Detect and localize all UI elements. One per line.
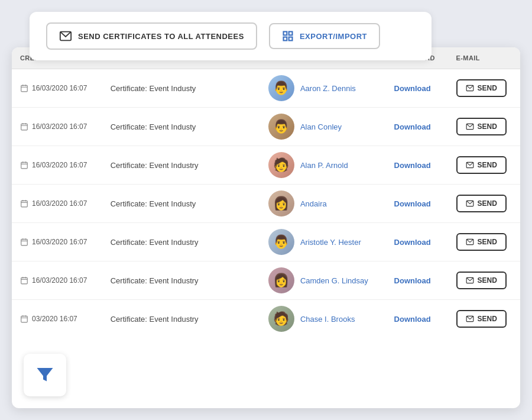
attendee-name[interactable]: Chase I. Brooks bbox=[300, 315, 355, 324]
download-link[interactable]: Download bbox=[394, 84, 431, 93]
filter-icon bbox=[34, 364, 56, 386]
envelope-small-icon bbox=[466, 315, 474, 323]
certificates-table: CREATION DATE CERTIFICATE OF ATTENDANCE … bbox=[12, 47, 520, 338]
avatar: 👨 bbox=[268, 75, 294, 101]
table-row: 16/03/2020 16:07 Certificate: Event Indu… bbox=[12, 185, 520, 223]
table-row: 16/03/2020 16:07 Certificate: Event Indu… bbox=[12, 223, 520, 261]
col-email: E-MAIL bbox=[448, 47, 520, 69]
certificate-type-cell: Certificate: Event Industry bbox=[102, 223, 260, 261]
send-btn-label: SEND CERTIFICATES TO ALL ATTENDEES bbox=[78, 32, 244, 41]
calendar-icon bbox=[20, 238, 28, 246]
table-row: 16/03/2020 16:07 Certificate: Event Indu… bbox=[12, 261, 520, 300]
attendee-name[interactable]: Aristotle Y. Hester bbox=[300, 238, 361, 247]
attendee-cell: 🧑 Chase I. Brooks bbox=[268, 306, 378, 332]
date-cell: 16/03/2020 16:07 bbox=[20, 199, 94, 208]
certificate-type-cell: Certificate: Event Industry bbox=[102, 300, 260, 338]
avatar: 👩 bbox=[268, 190, 294, 217]
svg-rect-4 bbox=[289, 37, 293, 41]
envelope-small-icon bbox=[466, 161, 474, 169]
svg-rect-20 bbox=[21, 201, 28, 207]
envelope-small-icon bbox=[466, 84, 474, 92]
attendee-cell: 👨 Alan Conley bbox=[268, 114, 378, 140]
export-btn-label: EXPORT/IMPORT bbox=[300, 32, 367, 41]
download-link[interactable]: Download bbox=[394, 161, 431, 170]
filter-badge[interactable] bbox=[24, 354, 66, 396]
date-cell: 03/2020 16:07 bbox=[20, 315, 94, 323]
svg-rect-5 bbox=[21, 85, 28, 92]
attendee-name[interactable]: Alan Conley bbox=[300, 122, 342, 131]
table-card: CREATION DATE CERTIFICATE OF ATTENDANCE … bbox=[12, 47, 520, 408]
table-row: 16/03/2020 16:07 Certificate: Event Indu… bbox=[12, 108, 520, 146]
calendar-icon bbox=[20, 122, 28, 131]
svg-rect-15 bbox=[21, 162, 28, 169]
table-row: 16/03/2020 16:07 Certificate: Event Indu… bbox=[12, 69, 520, 108]
download-link[interactable]: Download bbox=[394, 199, 431, 208]
envelope-small-icon bbox=[466, 122, 474, 131]
date-cell: 16/03/2020 16:07 bbox=[20, 238, 94, 246]
download-link[interactable]: Download bbox=[394, 315, 431, 324]
download-link[interactable]: Download bbox=[394, 276, 431, 285]
date-cell: 16/03/2020 16:07 bbox=[20, 276, 94, 285]
avatar: 👩 bbox=[268, 267, 294, 293]
calendar-icon bbox=[20, 315, 28, 323]
envelope-small-icon bbox=[466, 276, 474, 285]
avatar: 🧑 bbox=[268, 152, 294, 178]
send-email-button[interactable]: SEND bbox=[456, 156, 507, 174]
date-cell: 16/03/2020 16:07 bbox=[20, 84, 94, 92]
avatar: 👨 bbox=[268, 229, 294, 255]
svg-rect-10 bbox=[21, 124, 28, 130]
certificate-type-cell: Certificate: Event Industy bbox=[102, 69, 260, 108]
send-email-button[interactable]: SEND bbox=[456, 272, 507, 289]
svg-rect-3 bbox=[283, 37, 287, 41]
table-body: 16/03/2020 16:07 Certificate: Event Indu… bbox=[12, 69, 520, 338]
table-row: 03/2020 16:07 Certificate: Event Industr… bbox=[12, 300, 520, 338]
date-cell: 16/03/2020 16:07 bbox=[20, 122, 94, 131]
export-import-button[interactable]: EXPORT/IMPORT bbox=[269, 23, 380, 49]
certificate-type-cell: Certificate: Event Industy bbox=[102, 185, 260, 223]
grid-icon bbox=[282, 30, 294, 42]
date-cell: 16/03/2020 16:07 bbox=[20, 161, 94, 169]
envelope-icon bbox=[59, 30, 72, 43]
attendee-cell: 👩 Andaira bbox=[268, 190, 378, 217]
attendee-name[interactable]: Aaron Z. Dennis bbox=[300, 84, 356, 93]
attendee-name[interactable]: Alan P. Arnold bbox=[300, 161, 348, 170]
send-email-button[interactable]: SEND bbox=[456, 310, 507, 328]
certificate-type-cell: Certificate: Event Industy bbox=[102, 108, 260, 146]
top-bar: SEND CERTIFICATES TO ALL ATTENDEES EXPOR… bbox=[30, 12, 432, 60]
attendee-cell: 👩 Camden G. Lindsay bbox=[268, 267, 378, 293]
envelope-small-icon bbox=[466, 238, 474, 246]
send-email-button[interactable]: SEND bbox=[456, 195, 507, 212]
calendar-icon bbox=[20, 199, 28, 208]
attendee-cell: 👨 Aristotle Y. Hester bbox=[268, 229, 378, 255]
certificate-type-cell: Certificate: Event Industry bbox=[102, 261, 260, 300]
svg-rect-30 bbox=[21, 277, 28, 284]
download-link[interactable]: Download bbox=[394, 122, 431, 131]
svg-rect-35 bbox=[21, 316, 28, 322]
certificate-type-cell: Certificate: Event Industry bbox=[102, 146, 260, 185]
avatar: 🧑 bbox=[268, 306, 294, 332]
calendar-icon bbox=[20, 276, 28, 285]
attendee-name[interactable]: Andaira bbox=[300, 199, 327, 208]
svg-rect-1 bbox=[283, 32, 287, 35]
avatar: 👨 bbox=[268, 114, 294, 140]
envelope-small-icon bbox=[466, 199, 474, 208]
page-wrapper: SEND CERTIFICATES TO ALL ATTENDEES EXPOR… bbox=[12, 12, 520, 408]
attendee-name[interactable]: Camden G. Lindsay bbox=[300, 276, 368, 285]
send-email-button[interactable]: SEND bbox=[456, 118, 507, 135]
calendar-icon bbox=[20, 161, 28, 169]
attendee-cell: 👨 Aaron Z. Dennis bbox=[268, 75, 378, 101]
svg-rect-2 bbox=[289, 32, 293, 35]
send-email-button[interactable]: SEND bbox=[456, 79, 507, 97]
calendar-icon bbox=[20, 84, 28, 92]
send-email-button[interactable]: SEND bbox=[456, 233, 507, 251]
table-row: 16/03/2020 16:07 Certificate: Event Indu… bbox=[12, 146, 520, 185]
svg-rect-25 bbox=[21, 239, 28, 245]
send-certificates-button[interactable]: SEND CERTIFICATES TO ALL ATTENDEES bbox=[46, 22, 257, 50]
download-link[interactable]: Download bbox=[394, 238, 431, 247]
attendee-cell: 🧑 Alan P. Arnold bbox=[268, 152, 378, 178]
